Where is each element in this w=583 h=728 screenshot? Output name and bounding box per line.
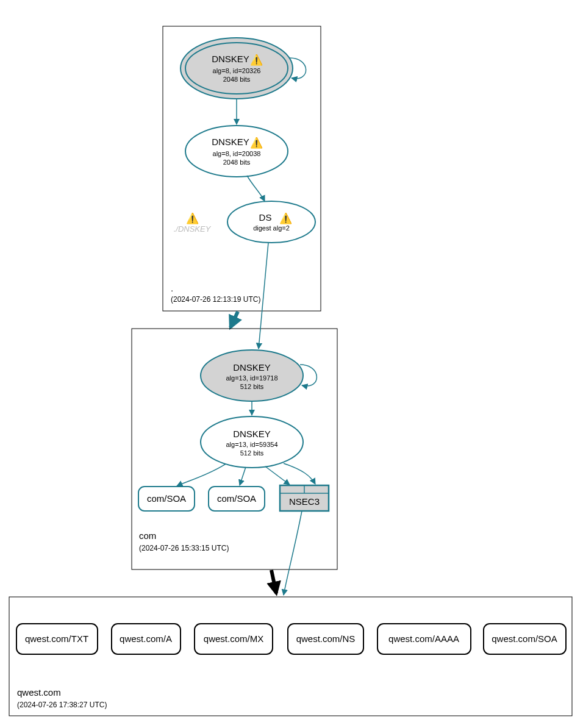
zone-qwest-box [9,597,572,716]
com-zsk-node[interactable]: DNSKEY alg=13, id=59354 512 bits [201,416,303,468]
root-ds-node[interactable]: DS ⚠️ digest alg=2 [227,201,315,243]
qwest-mx-node[interactable]: qwest.com/MX [195,624,273,654]
qwest-ns-node[interactable]: qwest.com/NS [288,624,363,654]
com-ksk-node[interactable]: DNSKEY alg=13, id=19718 512 bits [201,350,303,401]
zone-com-name: com [139,530,156,541]
edge-com-zsk-soa2 [240,467,246,485]
com-ksk-bits: 512 bits [240,383,264,390]
zone-qwest-name: qwest.com [17,687,61,698]
root-ghost-dnskey: ⚠️ ./DNSKEY [174,212,212,234]
com-soa1-title: com/SOA [147,493,186,504]
root-ds-digest: digest alg=2 [253,224,290,232]
com-zsk-title: DNSKEY [233,429,271,439]
qwest-aaaa-title: qwest.com/AAAA [388,633,459,644]
edge-com-to-qwest-zone [271,570,276,593]
warning-icon: ⚠️ [279,212,293,225]
edge-com-zsk-soa1 [177,464,226,486]
edge-root-to-com-zone [231,312,238,327]
edge-root-zsk-ds [247,176,265,201]
root-zsk-alg: alg=8, id=20038 [213,150,261,157]
warning-icon: ⚠️ [250,54,263,66]
qwest-soa-title: qwest.com/SOA [492,633,557,644]
com-ksk-title: DNSKEY [233,362,271,373]
qwest-txt-title: qwest.com/TXT [25,633,88,644]
edge-com-zsk-nsec3-a [265,466,290,485]
root-zsk-node[interactable]: DNSKEY ⚠️ alg=8, id=20038 2048 bits [185,126,288,177]
qwest-ns-title: qwest.com/NS [296,633,356,644]
svg-text:DS: DS [259,212,272,223]
root-ksk-alg: alg=8, id=20326 [213,67,261,74]
qwest-soa-node[interactable]: qwest.com/SOA [484,624,566,654]
svg-text:⚠️: ⚠️ [186,212,199,225]
svg-text:./DNSKEY: ./DNSKEY [174,224,212,234]
com-ksk-alg: alg=13, id=19718 [226,374,277,382]
com-nsec3-title: NSEC3 [289,496,320,507]
zone-com-timestamp: (2024-07-26 15:33:15 UTC) [139,544,229,552]
root-ksk-title: DNSKEY [212,54,249,64]
root-zsk-title: DNSKEY [212,137,249,147]
svg-text:DNSKEY: DNSKEY [212,54,249,64]
edge-nsec3-to-qwest [284,511,302,595]
edge-com-zsk-nsec3-b [284,463,315,484]
zone-root-timestamp: (2024-07-26 12:13:19 UTC) [171,295,260,304]
qwest-aaaa-node[interactable]: qwest.com/AAAA [377,624,471,654]
com-soa1-node[interactable]: com/SOA [138,487,195,511]
root-ds-title: DS [259,212,272,223]
com-soa2-node[interactable]: com/SOA [209,487,265,511]
root-ksk-bits: 2048 bits [223,76,251,83]
qwest-txt-node[interactable]: qwest.com/TXT [16,624,98,654]
com-nsec3-node[interactable]: NSEC3 [280,485,329,511]
root-ksk-node[interactable]: DNSKEY ⚠️ alg=8, id=20326 2048 bits [181,38,293,99]
zone-root-name: . [171,283,173,293]
root-zsk-bits: 2048 bits [223,159,251,166]
qwest-mx-title: qwest.com/MX [204,633,263,644]
zone-qwest-timestamp: (2024-07-26 17:38:27 UTC) [17,701,107,709]
com-soa2-title: com/SOA [217,493,256,504]
com-zsk-bits: 512 bits [240,449,264,457]
warning-icon: ⚠️ [250,137,263,149]
com-zsk-alg: alg=13, id=59354 [226,441,277,448]
qwest-a-title: qwest.com/A [120,633,172,644]
qwest-a-node[interactable]: qwest.com/A [112,624,181,654]
svg-text:DNSKEY: DNSKEY [212,137,249,147]
dnssec-chain-diagram: . (2024-07-26 12:13:19 UTC) DNSKEY ⚠️ al… [0,0,583,728]
